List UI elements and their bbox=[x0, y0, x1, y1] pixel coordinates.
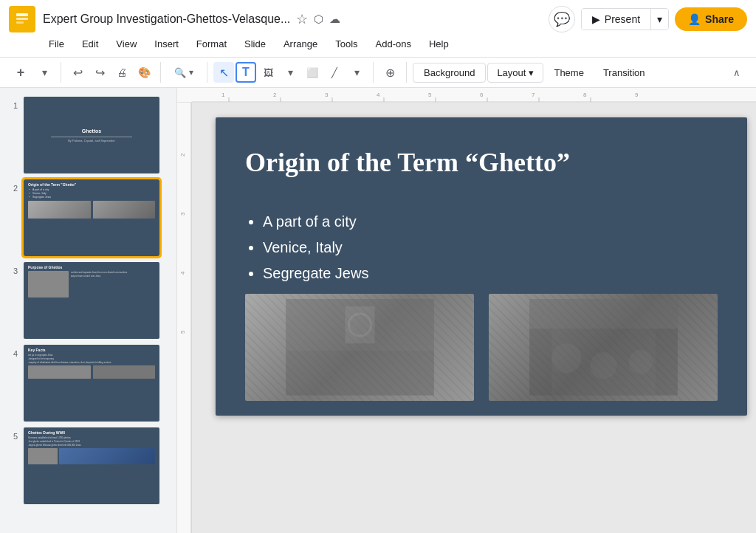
slide-number-2: 2 bbox=[6, 179, 18, 193]
svg-rect-0 bbox=[16, 13, 28, 16]
layout-label: Layout bbox=[497, 67, 526, 78]
zoom-button[interactable]: 🔍 ▾ bbox=[167, 62, 201, 83]
transition-button[interactable]: Transition bbox=[594, 63, 654, 82]
slide-main-title: Origin of the Term “Ghetto” bbox=[245, 147, 570, 178]
image-tool[interactable]: 🖼 bbox=[258, 62, 278, 83]
undo-button[interactable]: ↩ bbox=[67, 62, 88, 83]
svg-point-35 bbox=[628, 351, 652, 374]
add-slide-dropdown[interactable]: ▾ bbox=[34, 62, 55, 83]
line-tool[interactable]: ╱ bbox=[324, 62, 345, 83]
ruler-left: 2 3 4 5 bbox=[177, 103, 192, 533]
print-button[interactable]: 🖨 bbox=[111, 62, 132, 83]
slide-3-text1: confine and separate Jews from non-Jewis… bbox=[71, 271, 155, 274]
slide-thumbnail-4[interactable]: Key Facts set up to segregate Jews -desi… bbox=[24, 345, 159, 422]
slide-number-4: 4 bbox=[6, 345, 18, 358]
toolbar-collapse-button[interactable]: ∧ bbox=[726, 62, 747, 83]
redo-button[interactable]: ↪ bbox=[89, 62, 110, 83]
transition-label: Transition bbox=[603, 67, 645, 78]
svg-rect-2 bbox=[16, 21, 24, 24]
menu-insert[interactable]: Insert bbox=[147, 35, 186, 52]
slide-item-3[interactable]: 3 Purpose of Ghettos confine and separat… bbox=[0, 259, 176, 342]
theme-button[interactable]: Theme bbox=[545, 63, 592, 82]
slide-item-1[interactable]: 1 Ghettos By Paloma, Crystal, and Septem… bbox=[0, 94, 176, 176]
svg-rect-28 bbox=[286, 351, 434, 396]
svg-text:5: 5 bbox=[179, 330, 186, 334]
share-button[interactable]: 👤 Share bbox=[675, 7, 747, 31]
menu-edit[interactable]: Edit bbox=[75, 35, 106, 52]
svg-text:9: 9 bbox=[635, 92, 639, 98]
comments-button[interactable]: 💬 bbox=[549, 6, 575, 32]
add-slide-button[interactable]: + bbox=[9, 62, 32, 83]
slide-4-img1 bbox=[28, 365, 91, 379]
slide-5-fact2: -first ghetto established in Poland in O… bbox=[28, 440, 155, 443]
layout-dropdown-icon: ▾ bbox=[529, 67, 534, 78]
select-tool[interactable]: ↖ bbox=[213, 62, 234, 83]
canvas-area: 1 2 3 4 5 6 7 8 9 bbox=[177, 88, 756, 533]
share-label: Share bbox=[705, 13, 734, 25]
slide-thumbnail-2[interactable]: Origin of the Term "Ghetto" A part of a … bbox=[24, 179, 159, 256]
present-label: Present bbox=[605, 13, 640, 25]
svg-point-33 bbox=[551, 343, 581, 373]
slide-2-img2 bbox=[93, 201, 156, 219]
slide-2-thumb-title: Origin of the Term "Ghetto" bbox=[28, 182, 155, 187]
slide-4-thumb-title: Key Facts bbox=[28, 348, 155, 352]
menu-tools[interactable]: Tools bbox=[328, 35, 365, 52]
bullet-2: Venice, Italy bbox=[263, 239, 368, 256]
slide-item-5[interactable]: 5 Ghettos During WWII Germans establishe… bbox=[0, 424, 176, 507]
bullet-3: Segregate Jews bbox=[263, 265, 368, 282]
theme-label: Theme bbox=[554, 67, 583, 78]
svg-text:4: 4 bbox=[179, 271, 186, 275]
slide-thumbnail-3[interactable]: Purpose of Ghettos confine and separate … bbox=[24, 262, 159, 339]
menu-format[interactable]: Format bbox=[189, 35, 234, 52]
slide-2-img1 bbox=[28, 201, 91, 219]
app-icon bbox=[9, 6, 35, 32]
layout-button[interactable]: Layout ▾ bbox=[487, 63, 543, 83]
svg-rect-1 bbox=[16, 18, 28, 20]
link-tool[interactable]: ⊕ bbox=[379, 62, 400, 83]
menu-bar: File Edit View Insert Format Slide Arran… bbox=[0, 35, 756, 57]
cloud-icon[interactable]: ☁ bbox=[329, 13, 340, 26]
bullet-1: A part of a city bbox=[263, 213, 368, 230]
svg-text:1: 1 bbox=[221, 92, 225, 98]
svg-text:5: 5 bbox=[428, 92, 432, 98]
svg-text:3: 3 bbox=[179, 212, 186, 216]
menu-help[interactable]: Help bbox=[422, 35, 456, 52]
shape-tool[interactable]: ⬜ bbox=[302, 62, 323, 83]
present-button[interactable]: ▶ Present bbox=[582, 9, 651, 30]
svg-text:4: 4 bbox=[377, 92, 380, 98]
slide-2-bullet-1: A part of a city bbox=[28, 188, 155, 191]
svg-text:7: 7 bbox=[532, 92, 535, 98]
svg-text:6: 6 bbox=[480, 92, 484, 98]
menu-arrange[interactable]: Arrange bbox=[276, 35, 325, 52]
slide-canvas[interactable]: Origin of the Term “Ghetto” A part of a … bbox=[216, 117, 747, 416]
line-dropdown[interactable]: ▾ bbox=[346, 62, 367, 83]
svg-rect-32 bbox=[529, 299, 678, 329]
slide-thumbnail-5[interactable]: Ghettos During WWII Germans established … bbox=[24, 427, 159, 504]
toolbar: + ▾ ↩ ↪ 🖨 🎨 🔍 ▾ ↖ T 🖼 ▾ ⬜ ╱ ▾ ⊕ Backgrou… bbox=[0, 58, 756, 88]
slide-thumbnail-1[interactable]: Ghettos By Paloma, Crystal, and Septembe… bbox=[24, 97, 159, 173]
menu-view[interactable]: View bbox=[109, 35, 144, 52]
slide-panel: 1 Ghettos By Paloma, Crystal, and Septem… bbox=[0, 88, 177, 533]
background-button[interactable]: Background bbox=[413, 63, 486, 83]
canvas-scroll[interactable]: Origin of the Term “Ghetto” A part of a … bbox=[192, 103, 756, 533]
slide-item-4[interactable]: 4 Key Facts set up to segregate Jews -de… bbox=[0, 342, 176, 424]
background-label: Background bbox=[424, 67, 475, 78]
slide-number-1: 1 bbox=[6, 97, 18, 110]
present-dropdown-button[interactable]: ▾ bbox=[651, 9, 668, 30]
slide-4-fact2: -designed to be temporary bbox=[28, 357, 155, 360]
slide-item-2[interactable]: 2 Origin of the Term "Ghetto" A part of … bbox=[0, 176, 176, 259]
slide-3-text2: way to have control over Jews bbox=[71, 275, 155, 278]
slide-2-bullet-2: Venice, Italy bbox=[28, 192, 155, 195]
present-icon: ▶ bbox=[592, 13, 600, 25]
doc-title: Expert Group Investigation-Ghettos-Velas… bbox=[43, 13, 290, 26]
menu-file[interactable]: File bbox=[41, 35, 72, 52]
star-icon[interactable]: ☆ bbox=[296, 11, 308, 27]
menu-addons[interactable]: Add-ons bbox=[368, 35, 419, 52]
folder-icon[interactable]: ⬡ bbox=[314, 13, 323, 26]
paint-format-button[interactable]: 🎨 bbox=[134, 62, 154, 83]
slide-5-fact3: -largest ghetto Warsaw ghetto that held … bbox=[28, 444, 155, 447]
text-tool[interactable]: T bbox=[236, 62, 256, 83]
menu-slide[interactable]: Slide bbox=[237, 35, 273, 52]
slide-4-fact1: set up to segregate Jews bbox=[28, 354, 155, 357]
image-dropdown[interactable]: ▾ bbox=[280, 62, 300, 83]
